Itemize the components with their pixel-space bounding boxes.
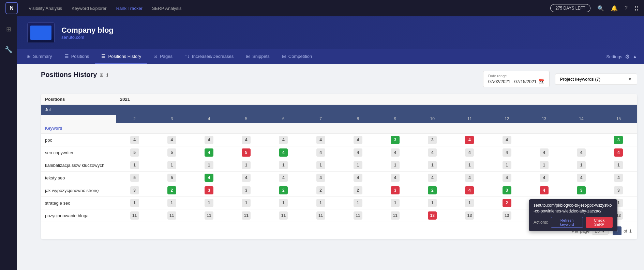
position-cell[interactable]: 11	[153, 209, 190, 222]
position-cell[interactable]: 11	[228, 209, 265, 222]
position-cell[interactable]: 4	[339, 172, 376, 184]
position-cell[interactable]: 2	[153, 184, 190, 197]
position-cell[interactable]: 3	[190, 184, 227, 197]
tooltip-url[interactable]: senuto.com/pl/blog/co-to-jest-ppc-wszyst…	[534, 203, 613, 214]
position-cell[interactable]: 5	[116, 146, 153, 159]
settings-gear-icon[interactable]: ⚙	[625, 53, 630, 60]
keyword-cell[interactable]: strategie seo	[41, 197, 116, 209]
nav-rank-tracker[interactable]: Rank Tracker	[116, 6, 143, 11]
position-cell[interactable]: 13	[488, 209, 525, 222]
position-cell[interactable]: 3	[488, 184, 525, 197]
position-cell[interactable]: 4	[488, 146, 525, 159]
position-cell[interactable]: 3	[376, 134, 414, 146]
position-cell[interactable]: 4	[190, 134, 227, 146]
position-cell[interactable]: 2	[302, 184, 339, 197]
position-cell[interactable]	[525, 134, 563, 146]
position-cell[interactable]: 4	[302, 172, 339, 184]
position-cell[interactable]: 4	[116, 134, 153, 146]
position-cell[interactable]: 11	[190, 209, 227, 222]
position-cell[interactable]: 1	[414, 197, 451, 209]
position-cell[interactable]: 11	[116, 209, 153, 222]
date-range-picker[interactable]: Date range 07/02/2021 - 07/15/2021 📅	[483, 71, 550, 87]
position-cell[interactable]: 1	[600, 159, 637, 172]
table-icon[interactable]: ⊞	[100, 72, 104, 78]
nav-visibility-analysis[interactable]: Visibility Analysis	[29, 6, 62, 11]
position-cell[interactable]: 1	[265, 159, 302, 172]
position-cell[interactable]: 4	[153, 134, 190, 146]
position-cell[interactable]: 5	[228, 146, 265, 159]
position-cell[interactable]: 4	[265, 146, 302, 159]
keyword-cell[interactable]: jak wypozycjonować stronę	[41, 184, 116, 197]
refresh-keyword-button[interactable]: Refresh keyword	[551, 217, 583, 228]
tab-snippets[interactable]: ⊞ Snippets	[240, 49, 276, 64]
tab-increases-decreases[interactable]: ↑↓ Increases/Decreases	[179, 49, 240, 64]
position-cell[interactable]: 4	[228, 134, 265, 146]
position-cell[interactable]: 4	[376, 146, 414, 159]
tab-positions[interactable]: ☰ Positions	[58, 49, 95, 64]
position-cell[interactable]: 13	[451, 209, 488, 222]
position-cell[interactable]: 1	[228, 159, 265, 172]
position-cell[interactable]: 1	[153, 159, 190, 172]
position-cell[interactable]: 1	[376, 197, 414, 209]
tab-positions-history[interactable]: ☰ Positions History	[95, 49, 147, 64]
position-cell[interactable]: 4	[190, 172, 227, 184]
position-cell[interactable]: 11	[302, 209, 339, 222]
check-serp-button[interactable]: Check SERP	[586, 217, 613, 228]
info-icon[interactable]: ℹ	[106, 72, 108, 78]
position-cell[interactable]: 3	[228, 184, 265, 197]
position-cell[interactable]: 1	[190, 159, 227, 172]
position-cell[interactable]: 4	[525, 146, 563, 159]
position-cell[interactable]: 2	[488, 197, 525, 209]
sidebar-icon-tools[interactable]: 🔧	[2, 44, 15, 56]
position-cell[interactable]: 3	[116, 184, 153, 197]
position-cell[interactable]: 4	[414, 172, 451, 184]
position-cell[interactable]: 4	[376, 172, 414, 184]
days-left-button[interactable]: 275 DAYS LEFT	[550, 4, 590, 12]
position-cell[interactable]: 1	[116, 159, 153, 172]
keyword-cell[interactable]: ppc	[41, 134, 116, 146]
tab-competition[interactable]: ⊞ Competition	[276, 49, 318, 64]
position-cell[interactable]: 1	[563, 159, 600, 172]
position-cell[interactable]: 1	[339, 197, 376, 209]
position-cell[interactable]: 2	[339, 184, 376, 197]
position-cell[interactable]: 4	[563, 146, 600, 159]
position-cell[interactable]: 4	[265, 134, 302, 146]
position-cell[interactable]: 3	[376, 184, 414, 197]
position-cell[interactable]: 4	[451, 184, 488, 197]
position-cell[interactable]: 1	[190, 197, 227, 209]
position-cell[interactable]: 5	[153, 172, 190, 184]
position-cell[interactable]: 4	[600, 146, 637, 159]
keyword-cell[interactable]: teksty seo	[41, 172, 116, 184]
position-cell[interactable]: 11	[376, 209, 414, 222]
collapse-icon[interactable]: ▲	[632, 54, 637, 59]
position-cell[interactable]: 13	[414, 209, 451, 222]
tab-summary[interactable]: ⊞ Summary	[20, 49, 58, 64]
position-cell[interactable]: 4	[414, 146, 451, 159]
position-cell[interactable]: 1	[339, 159, 376, 172]
help-icon[interactable]: ?	[625, 5, 628, 11]
position-cell[interactable]: 4	[228, 172, 265, 184]
position-cell[interactable]: 1	[265, 197, 302, 209]
position-cell[interactable]: 1	[525, 159, 563, 172]
keyword-cell[interactable]: seo copywriter	[41, 146, 116, 159]
position-cell[interactable]: 3	[600, 134, 637, 146]
position-cell[interactable]: 5	[153, 146, 190, 159]
position-cell[interactable]: 4	[525, 172, 563, 184]
position-cell[interactable]: 1	[488, 159, 525, 172]
position-cell[interactable]: 3	[563, 184, 600, 197]
keywords-dropdown[interactable]: Project keywords (7) ▼	[555, 74, 637, 85]
position-cell[interactable]: 4	[600, 172, 637, 184]
position-cell[interactable]: 4	[451, 146, 488, 159]
position-cell[interactable]: 2	[414, 184, 451, 197]
nav-keyword-explorer[interactable]: Keyword Explorer	[72, 6, 107, 11]
position-cell[interactable]	[563, 134, 600, 146]
project-domain[interactable]: senuto.com	[61, 35, 114, 40]
position-cell[interactable]: 1	[451, 159, 488, 172]
sidebar-icon-grid[interactable]: ⊞	[2, 23, 15, 35]
position-cell[interactable]: 4	[265, 172, 302, 184]
position-cell[interactable]: 5	[116, 172, 153, 184]
position-cell[interactable]: 1	[451, 197, 488, 209]
position-cell[interactable]: 4	[563, 172, 600, 184]
position-cell[interactable]: 1	[302, 197, 339, 209]
position-cell[interactable]: 4	[190, 146, 227, 159]
